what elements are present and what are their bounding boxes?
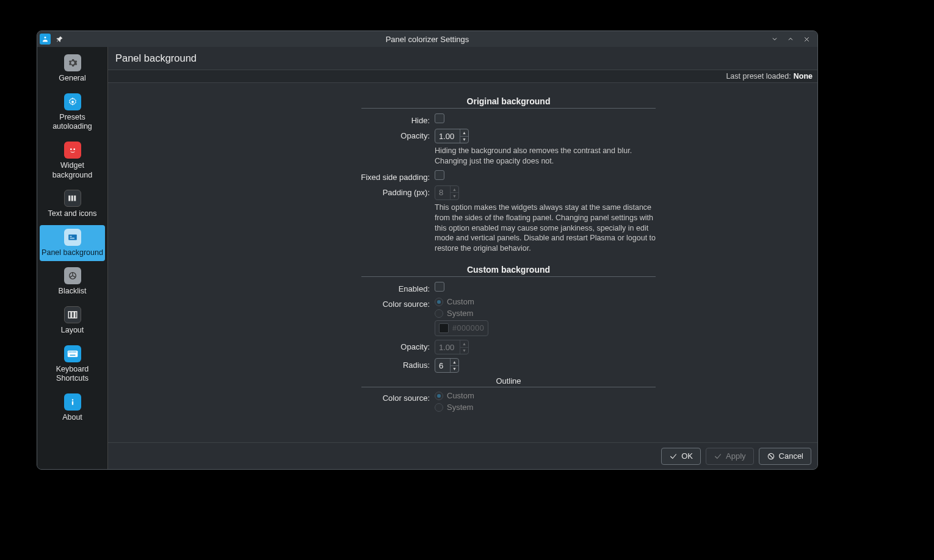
- text-icon: [64, 190, 81, 207]
- svg-rect-25: [71, 401, 73, 405]
- svg-point-5: [73, 148, 75, 150]
- spin-up-icon: ▲: [460, 340, 468, 348]
- window-title: Panel colorizer Settings: [37, 35, 817, 44]
- svg-rect-21: [74, 351, 75, 353]
- color-swatch-icon: [439, 323, 449, 333]
- radius-label: Radius:: [231, 358, 435, 370]
- section-original-title: Original background: [361, 96, 656, 109]
- sidebar-item-label: Panel background: [42, 248, 103, 258]
- spin-up-icon: ▲: [451, 186, 458, 193]
- button-label: Cancel: [779, 451, 803, 461]
- sidebar-item-label: About: [62, 413, 82, 423]
- panel-icon: [64, 229, 81, 246]
- svg-line-27: [769, 454, 773, 458]
- svg-rect-18: [70, 351, 71, 353]
- sidebar-item-widget-background[interactable]: Widget background: [40, 138, 105, 184]
- sidebar-item-label: Blacklist: [59, 287, 87, 296]
- padding-label: Padding (px):: [231, 185, 435, 197]
- svg-rect-17: [68, 351, 70, 353]
- sidebar-item-general[interactable]: General: [40, 51, 105, 87]
- svg-rect-15: [74, 312, 76, 318]
- svg-rect-14: [71, 312, 74, 318]
- spin-up-icon[interactable]: ▲: [460, 129, 468, 137]
- outline-color-system-radio: [435, 403, 443, 412]
- radio-label: System: [447, 403, 473, 412]
- spin-up-icon[interactable]: ▲: [451, 359, 458, 366]
- ok-button[interactable]: OK: [661, 448, 701, 465]
- sidebar-item-presets[interactable]: Presets autoloading: [40, 90, 105, 135]
- outline-color-source-label: Color source:: [231, 391, 435, 403]
- section-custom-title: Custom background: [361, 265, 656, 277]
- custom-opacity-spinbox: ▲ ▼: [435, 340, 469, 354]
- padding-spinbox: ▲ ▼: [435, 185, 459, 200]
- color-source-custom-radio: [435, 298, 443, 306]
- fixed-side-padding-checkbox[interactable]: [435, 170, 444, 180]
- svg-rect-7: [71, 196, 73, 201]
- custom-opacity-input: [435, 340, 460, 354]
- preset-bar: Last preset loaded: None: [108, 70, 817, 83]
- keyboard-icon: [64, 345, 81, 362]
- svg-rect-11: [70, 238, 74, 239]
- radius-spinbox[interactable]: ▲ ▼: [435, 358, 459, 373]
- spin-down-icon: ▼: [451, 193, 458, 199]
- main-pane: Panel background Last preset loaded: Non…: [108, 47, 817, 469]
- opacity-spinbox[interactable]: ▲ ▼: [435, 129, 469, 143]
- outline-color-custom-radio: [435, 392, 443, 400]
- svg-point-0: [45, 37, 46, 38]
- settings-window: Panel colorizer Settings General: [37, 31, 818, 470]
- sidebar: General Presets autoloading Widget backg…: [37, 47, 108, 469]
- page-title: Panel background: [108, 47, 817, 70]
- sidebar-item-panel-background[interactable]: Panel background: [40, 225, 105, 262]
- face-icon: [64, 142, 81, 159]
- sidebar-item-label: Presets autoloading: [41, 113, 104, 132]
- color-source-system-radio: [435, 309, 443, 318]
- sidebar-item-label: Text and icons: [48, 209, 97, 219]
- hide-label: Hide:: [231, 113, 435, 125]
- opacity-label: Opacity:: [231, 129, 435, 140]
- sidebar-item-layout[interactable]: Layout: [40, 303, 105, 339]
- custom-opacity-label: Opacity:: [231, 340, 435, 351]
- preset-value: None: [794, 72, 813, 81]
- fixed-side-padding-label: Fixed side padding:: [231, 170, 435, 182]
- titlebar: Panel colorizer Settings: [37, 31, 817, 47]
- spin-down-icon[interactable]: ▼: [460, 137, 468, 143]
- button-label: OK: [681, 451, 693, 461]
- svg-rect-20: [73, 351, 74, 353]
- opacity-input[interactable]: [435, 129, 460, 143]
- sidebar-item-keyboard[interactable]: Keyboard Shortcuts: [40, 342, 105, 387]
- scroll-area[interactable]: Original background Hide: Opacity:: [108, 83, 817, 442]
- sidebar-item-blacklist[interactable]: Blacklist: [40, 264, 105, 300]
- cancel-button[interactable]: Cancel: [759, 448, 811, 465]
- steering-icon: [64, 267, 81, 284]
- maximize-button[interactable]: [786, 34, 795, 44]
- sidebar-item-about[interactable]: About: [40, 390, 105, 426]
- radius-input[interactable]: [435, 359, 450, 372]
- svg-rect-23: [70, 354, 75, 356]
- app-icon: [40, 34, 51, 45]
- apply-button: Apply: [706, 448, 754, 465]
- footer: OK Apply Cancel: [108, 442, 817, 469]
- spin-down-icon: ▼: [460, 348, 468, 354]
- svg-point-24: [71, 399, 73, 400]
- padding-help: This option makes the widgets always sta…: [435, 203, 658, 254]
- svg-rect-10: [70, 236, 71, 237]
- sidebar-item-text-icons[interactable]: Text and icons: [40, 186, 105, 223]
- svg-rect-9: [68, 234, 77, 240]
- sidebar-item-label: Layout: [61, 326, 84, 336]
- radio-label: Custom: [447, 391, 474, 400]
- radio-label: System: [447, 309, 473, 318]
- minimize-button[interactable]: [770, 34, 780, 44]
- close-button[interactable]: [802, 34, 811, 44]
- gear-icon: [64, 93, 81, 110]
- hide-checkbox[interactable]: [435, 113, 444, 123]
- preset-label: Last preset loaded:: [726, 72, 791, 81]
- color-hex: #000000: [452, 324, 484, 332]
- color-picker: #000000: [435, 320, 488, 336]
- svg-rect-13: [68, 312, 71, 318]
- spin-down-icon[interactable]: ▼: [451, 366, 458, 373]
- svg-rect-8: [74, 196, 76, 201]
- pin-button[interactable]: [54, 34, 65, 45]
- enabled-checkbox[interactable]: [435, 282, 444, 292]
- radio-label: Custom: [447, 297, 474, 306]
- info-icon: [64, 393, 81, 411]
